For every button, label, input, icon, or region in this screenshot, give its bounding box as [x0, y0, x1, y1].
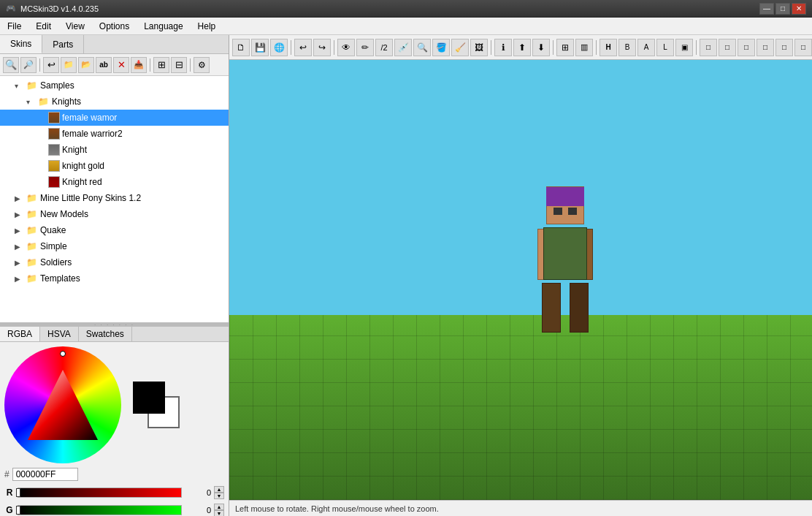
delete-button[interactable]: ✕: [113, 57, 129, 73]
zoom-in-button[interactable]: 🔎: [20, 57, 37, 73]
options-button[interactable]: ⚙: [194, 57, 210, 73]
eye-button[interactable]: 👁: [337, 39, 355, 56]
character-leg-left: [542, 283, 561, 333]
open-button[interactable]: 📂: [78, 57, 94, 73]
color-wheel-area: [4, 346, 224, 463]
rename-button[interactable]: ab: [96, 57, 112, 73]
color-tab-swatches[interactable]: Swatches: [79, 327, 132, 341]
tree-item-knights[interactable]: ▾ 📁 Knights: [0, 94, 229, 110]
pencil-button[interactable]: ✏: [356, 39, 374, 56]
tree-item-knight[interactable]: Knight: [0, 142, 229, 158]
character-eye-right: [568, 208, 577, 215]
menu-edit[interactable]: Edit: [28, 19, 58, 34]
menu-view[interactable]: View: [58, 19, 92, 34]
save-button[interactable]: 💾: [251, 39, 269, 56]
leg-btn[interactable]: L: [656, 39, 674, 56]
folder-icon-templates: 📁: [25, 273, 38, 284]
upload-button[interactable]: ⬆: [513, 39, 531, 56]
arm-btn[interactable]: A: [637, 39, 655, 56]
menu-file[interactable]: File: [0, 19, 28, 34]
g-slider[interactable]: [18, 505, 182, 515]
maximize-button[interactable]: □: [775, 3, 790, 15]
dropper-button[interactable]: 💉: [394, 39, 412, 56]
skin-tree[interactable]: ▾ 📁 Samples ▾ 📁 Knights female wamor: [0, 76, 229, 323]
r-decrement[interactable]: ▼: [214, 493, 224, 499]
undo-button[interactable]: ↩: [43, 57, 59, 73]
menu-language[interactable]: Language: [137, 19, 190, 34]
tree-item-new-models[interactable]: ▶ 📁 New Models: [0, 206, 229, 222]
close-button[interactable]: ✕: [792, 3, 806, 15]
tree-item-samples[interactable]: ▾ 📁 Samples: [0, 77, 229, 94]
tree-item-female-warrior2[interactable]: female warrior2: [0, 126, 229, 142]
tex3-btn[interactable]: □: [738, 39, 755, 56]
menu-help[interactable]: Help: [191, 19, 223, 34]
tex2-btn[interactable]: □: [719, 39, 736, 56]
zoom-out-button[interactable]: 🔍: [3, 57, 19, 73]
tree-item-female-warrior[interactable]: female wamor: [0, 110, 229, 126]
texture-button[interactable]: 🖼: [470, 39, 488, 56]
all-btn[interactable]: ▣: [675, 39, 693, 56]
tree-item-templates[interactable]: ▶ 📁 Templates: [0, 270, 229, 287]
tree-arrow-templates: ▶: [15, 275, 25, 283]
split-button[interactable]: ▥: [575, 39, 593, 56]
tree-arrow-samples: ▾: [15, 82, 25, 90]
menu-options[interactable]: Options: [92, 19, 137, 34]
tree-item-simple[interactable]: ▶ 📁 Simple: [0, 238, 229, 254]
undo-button[interactable]: ↩: [294, 39, 312, 56]
tree-item-knight-gold[interactable]: knight gold: [0, 158, 229, 174]
r-increment[interactable]: ▲: [214, 486, 224, 493]
paint-icon: /2: [380, 43, 387, 52]
color-wheel[interactable]: [4, 346, 121, 463]
left-panel: Skins Parts 🔍 🔎 ↩ 📁 📂 ab: [0, 35, 229, 516]
add-folder-button[interactable]: 📁: [61, 57, 77, 73]
g-spinner: ▲ ▼: [214, 504, 224, 516]
sky-background: [229, 60, 812, 315]
download-button[interactable]: ⬇: [532, 39, 550, 56]
color-wheel-handle[interactable]: [60, 351, 66, 357]
tex1-btn[interactable]: □: [700, 39, 717, 56]
paint-button[interactable]: /2: [375, 39, 393, 56]
foreground-color-swatch[interactable]: [133, 382, 165, 414]
g-decrement[interactable]: ▼: [214, 510, 224, 516]
redo-button[interactable]: ↪: [313, 39, 331, 56]
tex4-btn[interactable]: □: [757, 39, 774, 56]
3d-scene[interactable]: ⚒ ↑: [229, 60, 812, 500]
eraser-button[interactable]: 🧹: [451, 39, 469, 56]
tex5-btn[interactable]: □: [775, 39, 793, 56]
tree-item-mine-little-pony[interactable]: ▶ 📁 Mine Little Pony Skins 1.2: [0, 190, 229, 206]
new-skin-button[interactable]: 🗋: [232, 39, 250, 56]
info-button[interactable]: ℹ: [494, 39, 512, 56]
tree-item-knight-red[interactable]: Knight red: [0, 174, 229, 190]
character-eye-left: [554, 208, 562, 215]
grid-button[interactable]: ⊞: [556, 39, 574, 56]
tab-parts[interactable]: Parts: [42, 35, 84, 53]
g-slider-thumb[interactable]: [16, 506, 20, 515]
tree-label-templates: Templates: [40, 273, 80, 284]
hex-input[interactable]: [12, 468, 78, 481]
tab-skins[interactable]: Skins: [0, 35, 42, 53]
titlebar: 🎮 MCSkin3D v1.4.0.235 — □ ✕: [0, 0, 812, 18]
fill-button[interactable]: 🪣: [432, 39, 450, 56]
color-tab-hsva[interactable]: HSVA: [40, 327, 79, 341]
body-btn[interactable]: B: [618, 39, 636, 56]
open-icon: 📂: [81, 60, 91, 69]
color-tab-rgba[interactable]: RGBA: [0, 327, 40, 341]
head-btn[interactable]: H: [600, 39, 617, 56]
r-slider[interactable]: [18, 487, 182, 498]
g-increment[interactable]: ▲: [214, 504, 224, 510]
tree-label-nm: New Models: [40, 209, 88, 219]
tree-item-soldiers[interactable]: ▶ 📁 Soldiers: [0, 254, 229, 270]
texture-icon: 🖼: [475, 42, 483, 53]
tex6-btn[interactable]: □: [794, 39, 812, 56]
zoom-button[interactable]: 🔍: [413, 39, 431, 56]
toolbar-separator-1: [39, 58, 40, 72]
minimize-button[interactable]: —: [759, 3, 774, 15]
web-button[interactable]: 🌐: [270, 39, 288, 56]
r-slider-thumb[interactable]: [16, 488, 20, 497]
import-button[interactable]: 📥: [131, 57, 147, 73]
tree-item-quake[interactable]: ▶ 📁 Quake: [0, 222, 229, 238]
new-skin-icon: 🗋: [237, 42, 245, 53]
status-text: Left mouse to rotate. Right mouse/mouse …: [235, 504, 439, 513]
grid1-button[interactable]: ⊞: [153, 57, 169, 73]
grid2-button[interactable]: ⊟: [171, 57, 187, 73]
